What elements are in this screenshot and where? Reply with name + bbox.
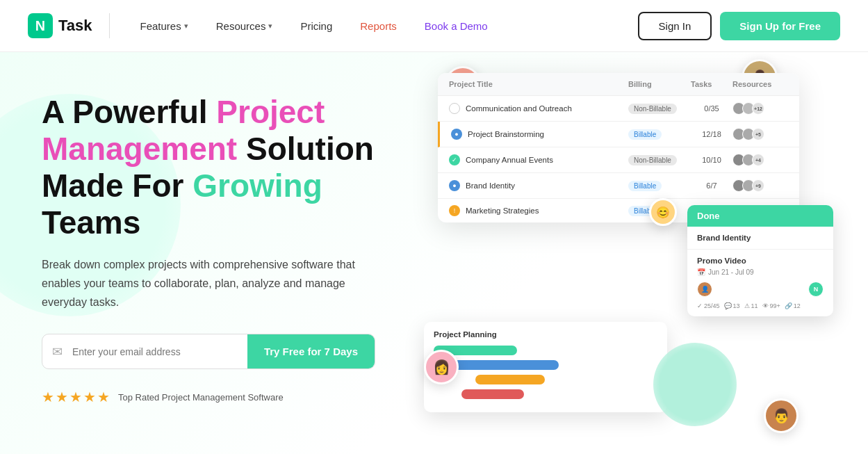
navbar: N Task Features ▾ Resources ▾ Pricing Re… — [0, 0, 868, 52]
stat-tasks: ✓ 25/45 — [697, 302, 720, 309]
nav-links: Features ▾ Resources ▾ Pricing Reports B… — [126, 15, 638, 38]
signin-button[interactable]: Sign In — [638, 12, 712, 40]
done-stats: ✓ 25/45 💬 13 ⚠ 11 👁 99+ — [697, 302, 824, 309]
alert-icon: ⚠ — [744, 302, 750, 309]
hero-subtitle: Break down complex projects with compreh… — [42, 255, 375, 312]
hero-left: A Powerful Project Management Solution M… — [42, 52, 403, 454]
done-card: Done Brand Identity Promo Video 📅 Jun 21… — [687, 205, 833, 316]
try-free-button[interactable]: Try Free for 7 Days — [247, 334, 375, 368]
stat-views: 👁 99+ — [762, 302, 780, 309]
promo-avatars: 👤 N — [697, 282, 824, 297]
gantt-row — [434, 389, 657, 399]
stat-comments: 💬 13 — [724, 302, 740, 309]
nav-divider — [109, 13, 110, 38]
calendar-icon: 📅 — [697, 268, 705, 276]
logo-text: Task — [58, 17, 92, 35]
check-icon: ✓ — [697, 302, 703, 309]
avatars: +4 — [732, 154, 788, 166]
star-1: ★ — [42, 389, 54, 405]
avatar-count: +12 — [752, 102, 764, 115]
row-title: ● Brand Identity — [449, 180, 628, 191]
nav-reports[interactable]: Reports — [346, 15, 411, 38]
row-title: ● Project Brainstorming — [451, 129, 628, 140]
avatar-person-3: 👩 — [424, 350, 459, 384]
link-icon: 🔗 — [785, 302, 792, 309]
star-2: ★ — [56, 389, 68, 405]
done-item-brand: Brand Identity — [687, 227, 833, 250]
email-input[interactable] — [72, 335, 247, 368]
gantt-title: Project Planning — [434, 330, 657, 339]
rating-row: ★ ★ ★ ★ ★ Top Rated Project Management S… — [42, 389, 403, 405]
avatars: +12 — [732, 102, 788, 115]
done-header: Done — [687, 205, 833, 227]
hero-title: A Powerful Project Management Solution M… — [42, 94, 403, 241]
gantt-bar-red — [461, 389, 524, 399]
stat-alerts: ⚠ 11 — [744, 302, 758, 309]
promo-date: 📅 Jun 21 - Jul 09 — [697, 268, 824, 276]
email-icon: ✉ — [42, 344, 72, 359]
row-title: Communication and Outreach — [449, 103, 628, 114]
star-4: ★ — [83, 389, 96, 405]
table-row: ● Brand Identity Billable 6/7 +9 — [438, 173, 799, 199]
eye-icon: 👁 — [762, 302, 769, 309]
gantt-row — [434, 360, 657, 370]
avatar-person-4: 👨 — [764, 398, 799, 433]
billing-badge: Non-Billable — [628, 104, 677, 114]
star-3: ★ — [69, 389, 82, 405]
project-table-card: Project Title Billing Tasks Resources Co… — [438, 73, 799, 222]
nav-actions: Sign In Sign Up for Free — [638, 12, 840, 40]
avatar: N — [808, 282, 824, 297]
chevron-down-icon: ▾ — [268, 22, 272, 31]
row-title: ✓ Company Annual Events — [449, 154, 628, 165]
avatars: +5 — [732, 128, 788, 140]
nav-pricing[interactable]: Pricing — [286, 15, 346, 38]
avatar-count: +4 — [752, 154, 764, 166]
rating-text: Top Rated Project Management Software — [118, 392, 284, 403]
nav-book-demo[interactable]: Book a Demo — [411, 15, 502, 38]
avatar-count: +9 — [752, 179, 764, 192]
row-icon-blue: ● — [451, 129, 462, 140]
signup-button[interactable]: Sign Up for Free — [720, 12, 840, 40]
gantt-bar-blue — [448, 360, 559, 370]
row-icon-green: ✓ — [449, 154, 460, 165]
billing-badge: Non-Billable — [628, 155, 677, 165]
done-item-promo: Promo Video 📅 Jun 21 - Jul 09 👤 N ✓ 25/4… — [687, 250, 833, 316]
billing-badge: Billable — [628, 129, 662, 140]
avatar: 👤 — [697, 282, 712, 297]
teal-blob — [653, 343, 737, 426]
row-icon-circle — [449, 103, 460, 114]
row-icon-orange: ! — [449, 205, 460, 216]
svg-text:N: N — [35, 18, 45, 33]
gantt-row — [434, 375, 657, 384]
chevron-down-icon: ▾ — [184, 22, 188, 31]
hero-section: A Powerful Project Management Solution M… — [0, 52, 868, 454]
star-5: ★ — [97, 389, 110, 405]
hero-right: 👨 👨‍💼 Project Title Billing Tasks Resour… — [403, 52, 826, 454]
avatar-count: +5 — [752, 128, 764, 140]
comment-icon: 💬 — [724, 302, 732, 309]
nav-features[interactable]: Features ▾ — [126, 15, 202, 38]
promo-title: Promo Video — [697, 257, 824, 265]
row-icon-blue: ● — [449, 180, 460, 191]
gantt-card: Project Planning — [424, 322, 667, 412]
logo[interactable]: N Task — [28, 13, 92, 38]
table-row: ● Project Brainstorming Billable 12/18 +… — [438, 122, 799, 147]
star-rating: ★ ★ ★ ★ ★ — [42, 389, 110, 405]
title-teal: Growing — [193, 168, 322, 204]
email-form: ✉ Try Free for 7 Days — [42, 334, 375, 369]
avatars: +9 — [732, 179, 788, 192]
table-row: Communication and Outreach Non-Billable … — [438, 96, 799, 122]
row-title: ! Marketing Strategies — [449, 205, 628, 216]
logo-icon: N — [28, 13, 53, 38]
title-pink2: Management — [42, 131, 237, 167]
gantt-bar-orange — [475, 375, 545, 384]
gantt-row — [434, 346, 657, 355]
stat-links: 🔗 12 — [785, 302, 801, 309]
table-header: Project Title Billing Tasks Resources — [438, 73, 799, 96]
table-row: ✓ Company Annual Events Non-Billable 10/… — [438, 147, 799, 173]
nav-resources[interactable]: Resources ▾ — [202, 15, 287, 38]
title-pink: Project — [216, 94, 325, 130]
billing-badge: Billable — [628, 181, 662, 191]
avatar-person-5: 😊 — [649, 198, 677, 226]
